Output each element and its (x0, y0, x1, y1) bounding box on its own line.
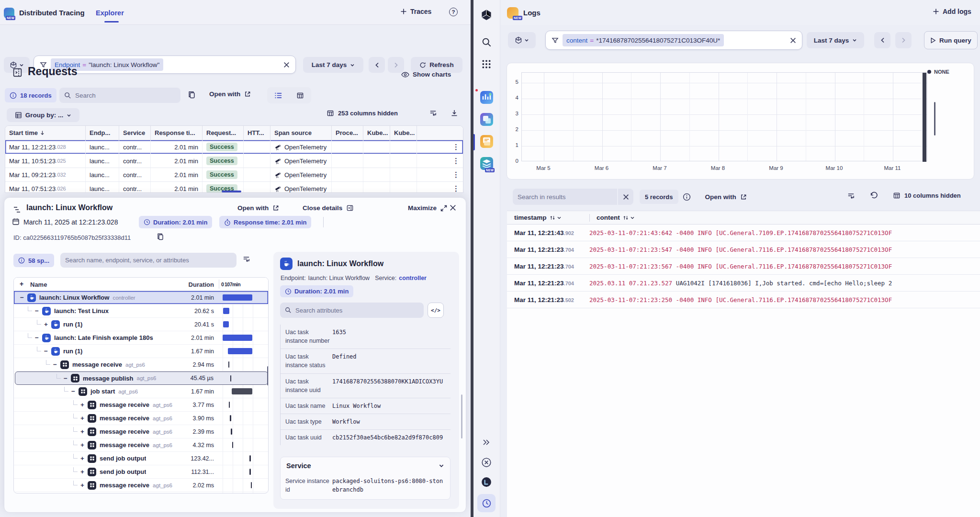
span-row[interactable]: +send job output112.31... (14, 465, 268, 479)
toggle-collapse-icon[interactable]: − (19, 294, 25, 301)
logs-filter-pill[interactable]: content = *17416878702556418075271C013OF… (563, 34, 724, 46)
close-icon[interactable] (450, 204, 456, 211)
table-row[interactable]: Mar 11, 09:21:23.032launc...contr...2.01… (5, 168, 463, 182)
column-header[interactable]: Service (119, 126, 151, 140)
span-row[interactable]: −job startagt_ps61.67 min (14, 385, 268, 398)
info-icon[interactable] (683, 193, 691, 201)
chevron-down-icon[interactable] (557, 215, 562, 220)
dismiss-circle-icon[interactable] (481, 457, 492, 468)
results-search-input[interactable] (518, 193, 612, 201)
chart-scrollbar[interactable] (934, 102, 935, 135)
toggle-collapse-icon[interactable]: − (43, 348, 49, 355)
requests-search-input[interactable] (75, 92, 176, 99)
column-header[interactable]: Kube... (390, 126, 417, 140)
attribute-row[interactable]: Service instance idpackaged-soluitons-ps… (281, 473, 450, 497)
table-horizontal-scrollbar[interactable] (222, 191, 241, 192)
span-row[interactable]: −launch: Linux Workflowcontroller2.01 mi… (14, 291, 268, 304)
attribute-row[interactable]: Uac task instance number1635 (281, 325, 451, 348)
row-menu-icon[interactable]: ⋮ (452, 143, 460, 151)
service-section-header[interactable]: Service (281, 462, 450, 473)
chart-legend[interactable]: NONE (927, 69, 949, 75)
table-row[interactable]: Mar 11, 12:21:23.028launc...contr...2.01… (5, 140, 463, 154)
toggle-collapse-icon[interactable]: − (62, 375, 69, 382)
column-header[interactable] (417, 126, 463, 140)
copy-icon[interactable] (188, 90, 196, 99)
group-by-button[interactable]: Group by: ... (7, 108, 79, 122)
toggle-expand-icon[interactable]: + (79, 401, 86, 408)
logs-app-icon[interactable] (480, 135, 493, 148)
span-row[interactable]: +message receiveagt_ps63.90 ms (14, 412, 268, 425)
search-icon[interactable] (482, 37, 492, 47)
span-row[interactable]: −launch: Test Linux20.62 s (14, 304, 268, 318)
clear-filter-icon[interactable] (790, 37, 796, 44)
service-link[interactable]: controller (399, 275, 427, 281)
column-header[interactable]: HTT... (244, 126, 270, 140)
columns-hidden-indicator[interactable]: 253 columns hidden (327, 110, 398, 117)
span-row[interactable]: +message receiveagt_ps63.77 ms (14, 398, 268, 412)
dynatrace-logo-icon[interactable] (480, 9, 493, 22)
span-row[interactable]: +message receiveagt_ps62.39 ms (14, 425, 268, 438)
attribute-row[interactable]: Uac task typeWorkflow (281, 414, 451, 429)
list-view-icon[interactable] (274, 92, 282, 99)
attributes-search-input[interactable] (295, 307, 419, 314)
clear-results-search-icon[interactable] (618, 189, 633, 205)
row-menu-icon[interactable]: ⋮ (452, 157, 460, 165)
add-logs-button[interactable]: Add logs (933, 8, 971, 15)
requests-open-with-button[interactable]: Open with (209, 90, 251, 98)
automations-app-icon[interactable] (480, 113, 493, 126)
row-menu-icon[interactable]: ⋮ (452, 184, 460, 193)
display-settings-icon[interactable] (429, 109, 437, 117)
sort-icon[interactable] (623, 215, 629, 221)
toggle-collapse-icon[interactable]: − (52, 361, 58, 368)
metrics-app-icon[interactable] (480, 91, 493, 104)
logs-timeframe-button[interactable]: Last 7 days (807, 32, 864, 48)
column-header[interactable]: Span source (270, 126, 332, 140)
download-icon[interactable] (451, 109, 458, 117)
span-search[interactable] (60, 253, 237, 268)
name-column-header[interactable]: Name (30, 281, 47, 288)
span-row[interactable]: +message receiveagt_ps62.02 ms (14, 479, 268, 492)
toggle-expand-icon[interactable]: + (79, 428, 86, 435)
column-header[interactable]: Endp... (86, 126, 119, 140)
log-row[interactable]: Mar 11, 12:21:23.7042025-03-11-07:21:23:… (507, 258, 980, 275)
column-header[interactable]: Request... (203, 126, 244, 140)
copy-id-icon[interactable] (157, 233, 164, 240)
requests-search[interactable] (59, 88, 180, 103)
add-traces-button[interactable]: Traces (400, 8, 431, 15)
help-icon[interactable]: ? (449, 8, 458, 16)
span-tree-scrollbar[interactable] (267, 366, 269, 385)
toggle-expand-icon[interactable]: + (79, 455, 86, 462)
history-button[interactable] (477, 494, 496, 512)
details-open-with-button[interactable]: Open with (237, 204, 280, 212)
display-settings-icon[interactable] (847, 192, 855, 200)
close-details-button[interactable]: Close details (303, 204, 354, 212)
attribute-row[interactable]: Uac task uuidcb2152f30ae54bc6be82a2d9f87… (281, 429, 451, 445)
sort-icon[interactable] (550, 215, 555, 221)
chevron-down-icon[interactable] (630, 215, 635, 220)
account-icon[interactable] (481, 477, 492, 487)
span-row[interactable]: +message receiveagt_ps64.32 ms (14, 438, 268, 452)
span-row[interactable]: +run (1)20.41 s (14, 318, 268, 331)
logs-timeframe-next-button[interactable] (895, 32, 912, 48)
column-header[interactable]: Start time (5, 126, 86, 140)
row-menu-icon[interactable]: ⋮ (452, 170, 460, 179)
span-row[interactable]: −message receiveagt_ps62.94 ms (14, 358, 268, 371)
attribute-row[interactable]: Uac task instance statusDefined (281, 348, 451, 373)
attributes-search[interactable] (280, 303, 424, 318)
span-filter-settings-icon[interactable] (242, 255, 250, 263)
logs-filter-input[interactable]: content = *17416878702556418075271C013OF… (545, 31, 802, 50)
table-view-icon[interactable] (296, 92, 304, 99)
table-row[interactable]: Mar 11, 10:51:23.025launc...contr...2.01… (5, 154, 463, 168)
logs-open-with-button[interactable]: Open with (705, 193, 747, 201)
run-query-button[interactable]: Run query (924, 31, 978, 49)
expand-rail-icon[interactable] (482, 438, 490, 446)
toggle-expand-icon[interactable]: + (79, 441, 86, 449)
span-search-input[interactable] (65, 257, 232, 264)
toggle-expand-icon[interactable]: + (43, 321, 49, 328)
toggle-collapse-icon[interactable]: − (70, 388, 77, 395)
toggle-collapse-icon[interactable]: − (34, 307, 40, 315)
log-row[interactable]: Mar 11, 12:21:23.7042025-03-11-07:21:23:… (507, 241, 980, 258)
expand-all-toggle[interactable]: + (20, 280, 23, 288)
span-row[interactable]: +send job output123.42... (14, 452, 268, 465)
maximize-button[interactable]: Maximize (408, 204, 447, 212)
